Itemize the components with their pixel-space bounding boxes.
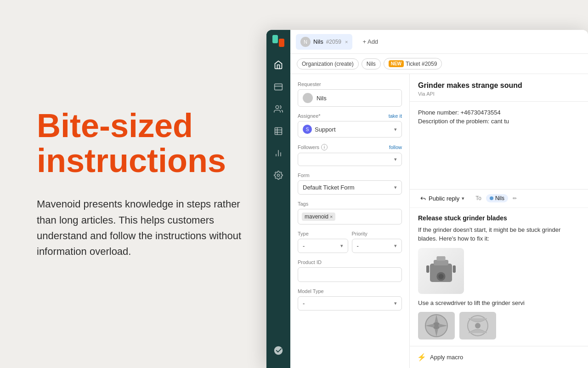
public-reply-button[interactable]: Public reply ▾	[416, 193, 468, 204]
form-panel: Requester Nils Assignee* take it	[290, 74, 410, 368]
new-badge: NEW	[389, 60, 404, 67]
reply-icon	[420, 195, 426, 201]
type-select[interactable]: - ▾	[298, 239, 348, 253]
blade-svg-1	[418, 312, 455, 339]
reply-type-label: Public reply	[429, 195, 459, 202]
svg-rect-19	[453, 265, 456, 273]
assignee-select[interactable]: S Support ▾	[298, 121, 402, 138]
tab-avatar: N	[300, 37, 311, 47]
breadcrumb-org[interactable]: Organization (create)	[297, 58, 359, 69]
priority-label: Priority	[352, 231, 402, 236]
requester-label: Requester	[298, 81, 402, 87]
subtext: Mavenoid presents knowledge in steps rat…	[37, 196, 257, 259]
reply-type-arrow: ▾	[462, 196, 464, 201]
followers-field-group: Followers i follow ▾	[298, 144, 402, 166]
phone-label: Phone number:	[418, 109, 459, 116]
follow-link[interactable]: follow	[389, 144, 402, 150]
ticket-title: Grinder makes strange sound	[418, 81, 580, 90]
priority-field-group: Priority - ▾	[352, 231, 402, 253]
priority-select[interactable]: - ▾	[352, 239, 402, 253]
followers-row: Followers i	[298, 144, 328, 150]
svg-rect-5	[275, 128, 282, 135]
requester-avatar	[303, 93, 313, 103]
breadcrumb-ticket[interactable]: NEW Ticket #2059	[384, 58, 442, 69]
model-type-label: Model Type	[298, 288, 402, 294]
requester-input[interactable]: Nils	[298, 89, 402, 107]
add-tab-button[interactable]: + Add	[358, 35, 383, 48]
assignee-label: Assignee* take it	[298, 113, 402, 119]
svg-point-23	[475, 323, 481, 328]
recipient-dot	[490, 196, 493, 200]
svg-rect-14	[434, 260, 448, 265]
description-line: Description of the problem: cant tu	[418, 118, 580, 125]
take-it-link[interactable]: take it	[389, 113, 402, 119]
model-type-chevron: ▾	[394, 300, 397, 306]
to-label: To	[475, 195, 481, 201]
sidebar-item-reports[interactable]	[266, 142, 290, 164]
model-type-select[interactable]: - ▾	[298, 296, 402, 310]
followers-select[interactable]: ▾	[298, 153, 402, 166]
assignee-field-group: Assignee* take it S Support ▾	[298, 113, 402, 138]
svg-point-4	[276, 106, 279, 109]
model-type-field-group: Model Type - ▾	[298, 288, 402, 310]
type-field-group: Type - ▾	[298, 231, 348, 253]
apply-macro-bar[interactable]: ⚡ Apply macro	[410, 346, 588, 368]
svg-rect-15	[436, 256, 445, 261]
tags-input[interactable]: mavenoid ×	[298, 209, 402, 224]
zendesk-icon	[266, 339, 290, 362]
assignee-chevron: ▾	[394, 126, 397, 132]
recipient-name: Nils	[495, 195, 504, 201]
breadcrumb-nils[interactable]: Nils	[362, 58, 381, 69]
reply-content-title: Release stuck grinder blades	[418, 214, 580, 222]
apply-macro-label: Apply macro	[430, 354, 463, 361]
sidebar-item-users[interactable]	[266, 98, 290, 120]
logo-icon	[272, 35, 284, 49]
form-select[interactable]: Default Ticket Form ▾	[298, 180, 402, 195]
phone-value: +46730473554	[461, 109, 501, 116]
type-chevron: ▾	[340, 243, 343, 249]
grinder-svg	[423, 253, 459, 289]
blade-image-2	[459, 312, 496, 339]
svg-rect-1	[279, 39, 284, 47]
sidebar-item-building[interactable]	[266, 120, 290, 142]
edit-recipient-icon[interactable]: ✏	[513, 196, 517, 201]
blade-images	[418, 312, 580, 339]
tags-field-group: Tags mavenoid ×	[298, 201, 402, 224]
sidebar-item-settings[interactable]	[266, 164, 290, 186]
active-tab[interactable]: N Nils #2059 ×	[296, 34, 352, 50]
reply-content[interactable]: Release stuck grinder blades If the grin…	[410, 208, 588, 346]
sidebar-logo	[266, 30, 290, 54]
reply-text-2: Use a screwdriver to lift the grinder se…	[418, 299, 580, 308]
ticket-body: Phone number: +46730473554 Description o…	[410, 102, 588, 189]
sidebar-item-home[interactable]	[266, 54, 290, 76]
product-id-input[interactable]	[298, 267, 402, 282]
sidebar-bottom	[266, 339, 290, 362]
reply-toolbar: Public reply ▾ To Nils ✏	[410, 190, 588, 208]
tags-label: Tags	[298, 201, 402, 207]
conversation-panel: Grinder makes strange sound Via API Phon…	[410, 74, 588, 368]
svg-point-12	[277, 174, 280, 177]
phone-line: Phone number: +46730473554	[418, 109, 580, 116]
tab-close-button[interactable]: ×	[345, 39, 348, 45]
main-content: N Nils #2059 × + Add Organization (creat…	[290, 30, 588, 368]
model-type-value: -	[303, 300, 305, 307]
reply-box: Public reply ▾ To Nils ✏	[410, 189, 588, 346]
sidebar-item-tickets[interactable]	[266, 76, 290, 98]
svg-rect-18	[426, 265, 429, 273]
product-id-label: Product ID	[298, 259, 402, 265]
support-avatar: S	[303, 125, 312, 134]
form-value: Default Ticket Form	[303, 184, 355, 191]
form-chevron: ▾	[394, 184, 397, 190]
tag-remove-button[interactable]: ×	[330, 214, 333, 219]
form-label: Form	[298, 172, 402, 178]
grinder-image	[418, 248, 464, 294]
ticket-area: Requester Nils Assignee* take it	[290, 74, 588, 368]
blade-image-1	[418, 312, 455, 339]
tab-bar: N Nils #2059 × + Add	[290, 30, 588, 54]
form-field-group: Form Default Ticket Form ▾	[298, 172, 402, 195]
priority-value: -	[357, 242, 359, 249]
tag-text: mavenoid	[305, 213, 328, 220]
product-id-field-group: Product ID	[298, 259, 402, 282]
breadcrumb-bar: Organization (create) Nils NEW Ticket #2…	[290, 54, 588, 74]
type-value: -	[303, 242, 305, 249]
